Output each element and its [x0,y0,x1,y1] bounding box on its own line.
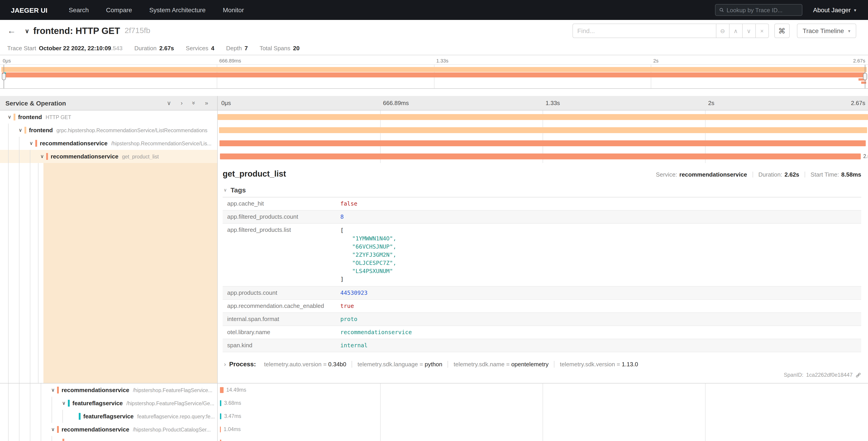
process-tag: telemetry.auto.version = 0.34b0 [259,361,352,368]
find-input[interactable] [572,24,716,38]
trace-collapse-icon[interactable]: ∨ [25,27,29,34]
clear-expand-icon[interactable]: ⊖ [716,24,729,38]
span-bar[interactable] [220,400,221,406]
trace-id-lookup[interactable] [715,4,802,16]
span-bar[interactable] [220,153,861,159]
indent-guide [30,396,30,410]
minimap-scrubber-right[interactable] [865,65,865,88]
indent-guide [30,436,30,441]
trace-minimap[interactable] [0,64,868,89]
span-row: featureflagservice featureflagservice.re… [0,410,868,423]
indent-guide [8,436,9,441]
trace-view-selector[interactable]: Trace Timeline ▾ [797,24,856,38]
nav-item-monitor[interactable]: Monitor [214,6,252,13]
tag-row: app.cache_hit false [223,198,861,210]
indent-guide [8,124,9,137]
span-detail: get_product_list Service: recommendation… [0,163,868,383]
span-name-cell[interactable]: ∨ recommendationservice /hipstershop.Rec… [0,137,218,150]
span-bar[interactable] [220,387,223,393]
spacer [0,89,868,96]
about-jaeger-menu[interactable]: About Jaeger ▾ [813,6,856,13]
operation-name: get_product_list [122,154,159,159]
span-detail-panel: get_product_list Service: recommendation… [218,163,868,383]
detail-service: recommendationservice [679,171,747,178]
span-toggle-icon[interactable]: ∨ [60,400,68,406]
span-toggle-icon[interactable]: ∨ [27,140,35,146]
indent-guide [19,410,20,423]
span-name-cell[interactable]: ∨ frontend HTTP GET [0,111,218,124]
minimap-span-bar [861,82,866,84]
minimap-scrubber-left[interactable] [4,65,4,88]
collapse-one-icon[interactable]: ∨ [167,100,171,106]
span-bar[interactable] [219,140,866,146]
span-id-value: 1ca2262df0e18447 [806,372,852,378]
clear-search-icon[interactable]: × [755,24,769,38]
nav-item-system-architecture[interactable]: System Architecture [141,6,214,13]
span-bar[interactable] [220,413,221,419]
expand-all-icon[interactable]: » [205,100,208,106]
span-bar[interactable] [219,127,867,133]
minimap-span-bar [2,72,866,78]
nav-item-compare[interactable]: Compare [97,6,141,13]
service-name: featureflagservice [79,413,134,420]
app-logo[interactable]: JAEGER UI [11,6,48,14]
tag-row: app.filtered_products.count 8 [223,210,861,224]
link-icon[interactable] [854,371,863,379]
trace-meta-bar: Trace StartOctober 22 2022, 22:10:09.543… [0,42,868,55]
service-operation-header: Service & Operation [5,99,66,107]
indent-guide [8,383,9,396]
indent-guide [8,163,9,383]
tag-row: app.recommendation.cache_enabled true [223,300,861,313]
next-result-icon[interactable]: ∨ [742,24,755,38]
span-bar[interactable] [218,114,868,120]
span-toggle-icon[interactable]: ∨ [38,153,46,159]
span-name-cell[interactable]: ∨ featureflagservice /hipstershop.Featur… [0,396,218,410]
span-name-cell[interactable]: ∨ frontend grpc.hipstershop.Recommendati… [0,124,218,137]
trace-start-value: October 22 2022, 22:10:09 [39,45,111,52]
indent-guide [8,150,9,163]
timeline-ruler: 0μs 666.89ms 1.33s 2s 2.67s [218,96,868,111]
indent-guide [19,383,20,396]
span-toggle-icon[interactable]: ∨ [16,127,25,133]
expand-one-icon[interactable]: › [181,100,183,106]
nav-item-search[interactable]: Search [60,6,97,13]
detail-start-time: 8.58ms [841,171,861,178]
span-id-row: SpanID: 1ca2262df0e18447 [223,372,861,378]
trace-title: frontend: HTTP GET [33,26,120,36]
span-toggle-icon[interactable]: ∨ [49,427,57,432]
indent-guide [19,423,20,436]
span-bar[interactable] [220,427,221,432]
depth-value: 7 [245,45,248,52]
indent-guide [30,163,30,383]
span-duration-label: 1.04ms [223,423,241,436]
span-name-cell[interactable]: ∨ recommendationservice get_product_list [0,150,218,163]
span-duration-label: 14.49ms [226,383,246,396]
prev-result-icon[interactable]: ∧ [729,24,742,38]
span-row: ∨ frontend grpc.hipstershop.Recommendati… [0,124,868,137]
span-name-cell[interactable]: featureflagservice featureflagservice.re… [0,410,218,423]
trace-id-lookup-input[interactable] [726,6,798,13]
span-toggle-icon[interactable]: ∨ [49,387,57,393]
tag-row: span.kind internal [223,339,861,352]
chevron-down-icon: ∨ [223,187,227,193]
back-button[interactable]: ← [7,26,16,36]
process-section[interactable]: › Process: telemetry.auto.version = 0.34… [223,360,861,368]
tags-accordion-header[interactable]: ∨ Tags [223,185,861,198]
indent-guide [19,150,20,163]
indent-guide [30,410,30,423]
span-duration-label: 3.47ms [224,410,241,423]
indent-guide [19,436,20,441]
tag-row: app.products.count 44530923 [223,287,861,300]
span-name-cell[interactable]: ∨ recommendationservice /hipstershop.Pro… [0,423,218,436]
span-toggle-icon[interactable]: ∨ [5,114,13,120]
keyboard-shortcuts-button[interactable]: ⌘ [774,24,789,38]
span-name-cell[interactable]: ∨ recommendationservice /hipstershop.Fea… [0,383,218,396]
indent-guide [19,137,20,150]
process-tag: telemetry.sdk.language = python [352,361,448,368]
span-row: ∨ recommendationservice /hipstershop.Fea… [0,383,868,396]
span-bar[interactable] [220,440,221,441]
span-row-partial [0,436,868,441]
operation-name: /hipstershop.FeatureFlagService/Ge... [126,401,215,406]
collapse-all-icon[interactable]: » [191,101,197,105]
indent-guide [38,163,38,383]
